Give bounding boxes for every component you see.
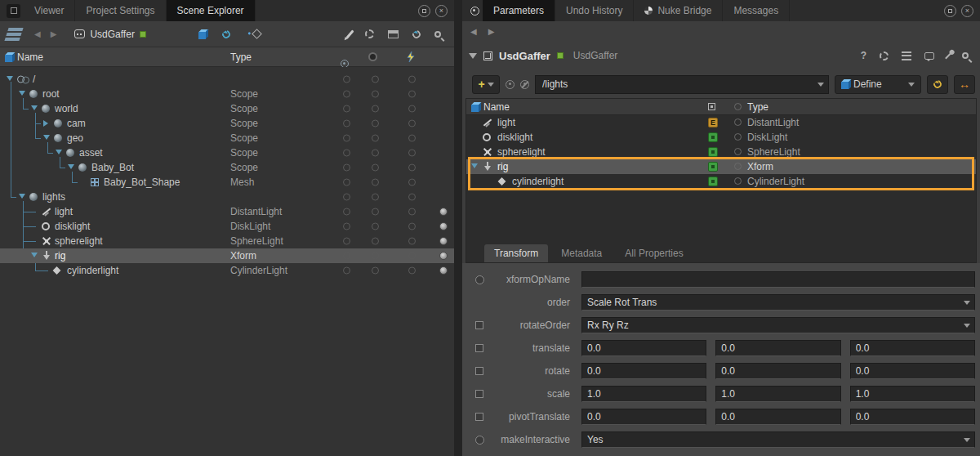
- settings-gear-icon[interactable]: [365, 29, 374, 38]
- toggle[interactable]: [343, 223, 350, 230]
- reload-scene-icon[interactable]: [220, 29, 232, 40]
- light-indicator-icon[interactable]: [439, 237, 448, 245]
- parameter-menu-icon[interactable]: [475, 390, 488, 398]
- expander-icon[interactable]: [7, 76, 13, 81]
- edit-badge[interactable]: E: [708, 118, 718, 127]
- edit-icon[interactable]: [345, 29, 354, 38]
- state-toggle[interactable]: [734, 163, 742, 170]
- forward-button[interactable]: ▶: [51, 29, 57, 38]
- pivottranslate-z-input[interactable]: [850, 409, 975, 425]
- toggle[interactable]: [372, 267, 379, 275]
- gear-icon[interactable]: [880, 51, 889, 60]
- tree-row[interactable]: disklight DiskLight: [0, 219, 454, 234]
- pin-icon[interactable]: [945, 52, 951, 59]
- tree-row[interactable]: Baby_Bot_Shape Mesh: [0, 175, 454, 190]
- location-row[interactable]: light E DistantLight: [466, 115, 976, 130]
- xformopname-input[interactable]: [581, 271, 975, 288]
- tree-row[interactable]: world Scope: [0, 101, 454, 116]
- state-toggle[interactable]: [734, 177, 742, 185]
- defined-badge[interactable]: [708, 162, 718, 172]
- rotate-x-input[interactable]: [581, 363, 706, 379]
- tree-row[interactable]: geo Scope: [0, 131, 454, 145]
- expander-icon[interactable]: [19, 91, 25, 96]
- tab-viewer[interactable]: Viewer: [24, 0, 75, 21]
- sync-button[interactable]: ↔: [954, 75, 975, 94]
- close-panel-icon[interactable]: ×: [961, 5, 973, 17]
- toggle[interactable]: [372, 76, 379, 83]
- scene-cube-icon[interactable]: [198, 32, 206, 39]
- tab-messages[interactable]: Messages: [723, 0, 790, 21]
- toggle[interactable]: [408, 150, 416, 157]
- expander-icon[interactable]: [31, 253, 38, 257]
- toggle[interactable]: [408, 105, 416, 113]
- define-dropdown[interactable]: Define: [835, 75, 921, 94]
- location-row[interactable]: disklight DiskLight: [466, 130, 976, 145]
- toggle[interactable]: [343, 267, 350, 275]
- tree-row[interactable]: asset Scope: [0, 145, 454, 160]
- rotate-z-input[interactable]: [850, 363, 975, 379]
- chevron-down-icon[interactable]: [817, 83, 824, 87]
- defined-badge[interactable]: [708, 147, 718, 157]
- toggle[interactable]: [408, 164, 416, 172]
- tree-row[interactable]: light DistantLight: [0, 204, 454, 219]
- parameter-menu-icon[interactable]: [475, 413, 488, 421]
- toggle[interactable]: [343, 91, 350, 98]
- parameter-menu-icon[interactable]: [475, 367, 488, 375]
- expander-icon[interactable]: [43, 120, 48, 127]
- state-toggle[interactable]: [734, 148, 742, 155]
- expander-icon[interactable]: [471, 163, 478, 168]
- toggle[interactable]: [343, 238, 350, 245]
- tree-row[interactable]: lights: [0, 190, 454, 204]
- back-button[interactable]: ◀: [34, 29, 41, 38]
- light-indicator-icon[interactable]: [439, 222, 448, 230]
- expander-icon[interactable]: [43, 135, 50, 140]
- parameter-menu-icon[interactable]: [475, 436, 488, 445]
- tab-project-settings[interactable]: Project Settings: [75, 0, 166, 21]
- paint-bucket-icon[interactable]: [252, 29, 262, 39]
- toggle[interactable]: [372, 194, 379, 201]
- tree-row[interactable]: cylinderlight CylinderLight: [0, 263, 454, 278]
- tab-nuke-bridge[interactable]: Nuke Bridge: [634, 0, 723, 21]
- follow-selection-icon[interactable]: [506, 80, 514, 89]
- search-icon[interactable]: [962, 52, 969, 59]
- scale-y-input[interactable]: [715, 386, 840, 402]
- toggle[interactable]: [408, 120, 416, 127]
- toggle[interactable]: [372, 135, 379, 142]
- expander-icon[interactable]: [56, 150, 62, 154]
- tree-row[interactable]: cam Scope: [0, 116, 454, 131]
- scale-x-input[interactable]: [581, 386, 706, 402]
- close-panel-icon[interactable]: ×: [435, 5, 448, 17]
- tab-transform[interactable]: Transform: [484, 244, 548, 262]
- toggle[interactable]: [408, 91, 416, 98]
- float-panel-icon[interactable]: [418, 5, 430, 17]
- translate-z-input[interactable]: [850, 340, 975, 356]
- refresh-icon[interactable]: [411, 29, 422, 40]
- back-button[interactable]: ◀: [470, 27, 477, 36]
- expander-icon[interactable]: [68, 164, 74, 169]
- search-icon[interactable]: [434, 31, 441, 38]
- forward-button[interactable]: ▶: [488, 27, 495, 36]
- panel-icon[interactable]: [7, 4, 20, 18]
- expander-icon[interactable]: [31, 105, 38, 110]
- light-indicator-icon[interactable]: [439, 208, 448, 216]
- light-indicator-icon[interactable]: [439, 266, 448, 275]
- toggle[interactable]: [343, 253, 350, 260]
- sliders-icon[interactable]: [902, 51, 911, 60]
- toggle[interactable]: [372, 208, 379, 216]
- add-location-button[interactable]: +: [472, 75, 500, 94]
- scale-z-input[interactable]: [850, 386, 975, 402]
- light-indicator-icon[interactable]: [439, 252, 448, 260]
- order-select[interactable]: Scale Rot Trans: [581, 294, 975, 311]
- toggle[interactable]: [408, 238, 416, 245]
- toggle[interactable]: [408, 267, 416, 275]
- toggle[interactable]: [408, 194, 416, 201]
- toggle[interactable]: [343, 164, 350, 172]
- toggle[interactable]: [343, 135, 350, 142]
- location-path-field[interactable]: [535, 75, 829, 94]
- expander-icon[interactable]: [19, 194, 25, 199]
- collapse-node-icon[interactable]: [469, 53, 477, 59]
- location-path-input[interactable]: [535, 75, 829, 94]
- node-breadcrumb[interactable]: UsdGaffer: [74, 29, 145, 40]
- layers-menu-icon[interactable]: [4, 28, 23, 41]
- toggle[interactable]: [343, 76, 350, 83]
